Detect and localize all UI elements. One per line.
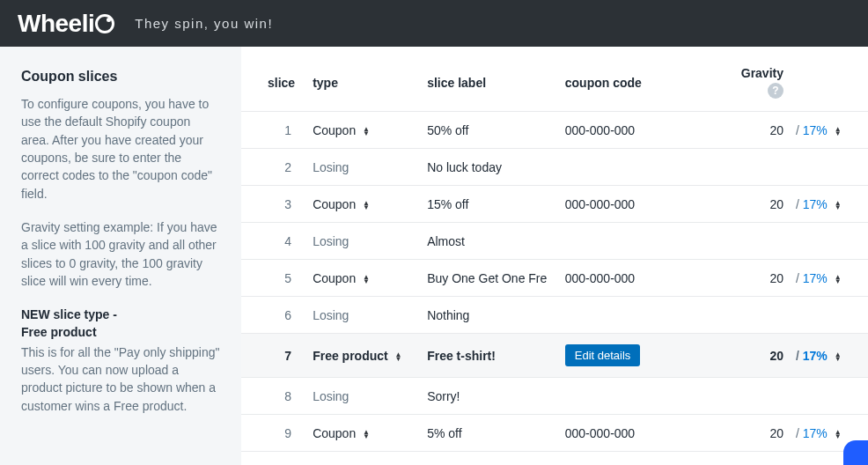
- gravity-percent[interactable]: / 17% ▲▼: [792, 112, 868, 149]
- coupon-cell: [556, 297, 732, 334]
- sort-icon[interactable]: ▲▼: [835, 352, 842, 361]
- table-row: 10LosingNope: [241, 452, 868, 466]
- slice-label: Nothing: [418, 297, 556, 334]
- gravity-percent[interactable]: / 17% ▲▼: [792, 260, 868, 297]
- gravity-value: [732, 452, 792, 466]
- type-select[interactable]: Free product ▲▼: [304, 334, 418, 378]
- slice-label: 5% off: [418, 415, 556, 452]
- type-select[interactable]: Coupon ▲▼: [304, 112, 418, 149]
- gravity-value: [732, 378, 792, 415]
- brand-logo: Wheeli: [18, 10, 115, 38]
- slice-label: Sorry!: [418, 378, 556, 415]
- table-header-row: slice type slice label coupon code Gravi…: [241, 57, 868, 112]
- slice-index: 6: [241, 297, 304, 334]
- table-row: 2LosingNo luck today: [241, 149, 868, 186]
- col-type: type: [304, 57, 418, 112]
- sort-icon[interactable]: ▲▼: [395, 352, 402, 361]
- slice-label: Almost: [418, 223, 556, 260]
- chat-fab[interactable]: [843, 440, 868, 465]
- col-label: slice label: [418, 57, 556, 112]
- type-select[interactable]: Coupon ▲▼: [304, 186, 418, 223]
- sort-icon[interactable]: ▲▼: [363, 127, 370, 136]
- type-cell: Losing: [304, 378, 418, 415]
- sidebar-help-1: To configure coupons, you have to use th…: [21, 95, 220, 203]
- gravity-value: 20: [732, 186, 792, 223]
- coupon-cell: [556, 378, 732, 415]
- sort-icon[interactable]: ▲▼: [835, 201, 842, 210]
- sidebar: Coupon slices To configure coupons, you …: [0, 47, 241, 465]
- brand-text: Wheeli: [18, 10, 94, 38]
- sidebar-new-heading: NEW slice type - Free product: [21, 306, 220, 342]
- coupon-cell: Edit details: [556, 334, 732, 378]
- table-row: 3Coupon ▲▼15% off000-000-00020/ 17% ▲▼: [241, 186, 868, 223]
- sort-icon[interactable]: ▲▼: [835, 430, 842, 439]
- table-row: 4LosingAlmost: [241, 223, 868, 260]
- sort-icon[interactable]: ▲▼: [363, 201, 370, 210]
- gravity-value: 20: [732, 112, 792, 149]
- coupon-cell: 000-000-000: [556, 112, 732, 149]
- slice-index: 3: [241, 186, 304, 223]
- help-icon[interactable]: ?: [768, 83, 783, 99]
- slices-table: slice type slice label coupon code Gravi…: [241, 57, 868, 465]
- gravity-value: [732, 297, 792, 334]
- coupon-cell: 000-000-000: [556, 186, 732, 223]
- col-gravity: Gravity ?: [732, 57, 792, 112]
- coupon-cell: [556, 149, 732, 186]
- table-row: 6LosingNothing: [241, 297, 868, 334]
- slice-label: Buy One Get One Fre: [418, 260, 556, 297]
- coupon-cell: 000-000-000: [556, 415, 732, 452]
- slice-index: 2: [241, 149, 304, 186]
- sort-icon[interactable]: ▲▼: [835, 275, 842, 284]
- main-content: slice type slice label coupon code Gravi…: [241, 47, 868, 465]
- sidebar-title: Coupon slices: [21, 66, 220, 86]
- type-cell: Losing: [304, 297, 418, 334]
- col-coupon: coupon code: [556, 57, 732, 112]
- slice-index: 8: [241, 378, 304, 415]
- type-cell: Losing: [304, 452, 418, 466]
- gravity-percent[interactable]: / 17% ▲▼: [792, 334, 868, 378]
- coupon-cell: [556, 223, 732, 260]
- table-row: 9Coupon ▲▼5% off000-000-00020/ 17% ▲▼: [241, 415, 868, 452]
- slice-index: 9: [241, 415, 304, 452]
- slice-index: 5: [241, 260, 304, 297]
- sort-icon[interactable]: ▲▼: [363, 275, 370, 284]
- gravity-value: 20: [732, 260, 792, 297]
- col-slice: slice: [241, 57, 304, 112]
- slice-label: 50% off: [418, 112, 556, 149]
- slice-index: 7: [241, 334, 304, 378]
- slice-label: No luck today: [418, 149, 556, 186]
- table-row: 8LosingSorry!: [241, 378, 868, 415]
- coupon-cell: 000-000-000: [556, 260, 732, 297]
- edit-details-button[interactable]: Edit details: [565, 344, 641, 366]
- sort-icon[interactable]: ▲▼: [363, 430, 370, 439]
- type-cell: Losing: [304, 223, 418, 260]
- gravity-percent[interactable]: / 17% ▲▼: [792, 186, 868, 223]
- table-row: 1Coupon ▲▼50% off000-000-00020/ 17% ▲▼: [241, 112, 868, 149]
- slice-index: 4: [241, 223, 304, 260]
- app-header: Wheeli They spin, you win!: [0, 0, 868, 47]
- slice-label: Free t-shirt!: [418, 334, 556, 378]
- sort-icon[interactable]: ▲▼: [835, 127, 842, 136]
- slice-label: 15% off: [418, 186, 556, 223]
- table-row: 7Free product ▲▼Free t-shirt!Edit detail…: [241, 334, 868, 378]
- table-row: 5Coupon ▲▼Buy One Get One Fre000-000-000…: [241, 260, 868, 297]
- type-select[interactable]: Coupon ▲▼: [304, 260, 418, 297]
- wheel-icon: [95, 14, 114, 33]
- type-cell: Losing: [304, 149, 418, 186]
- sidebar-help-2: Gravity setting example: If you have a s…: [21, 218, 220, 290]
- gravity-value: [732, 223, 792, 260]
- coupon-cell: [556, 452, 732, 466]
- gravity-value: [732, 149, 792, 186]
- sidebar-help-3: This is for all the "Pay only shipping" …: [21, 343, 220, 415]
- type-select[interactable]: Coupon ▲▼: [304, 415, 418, 452]
- slice-index: 1: [241, 112, 304, 149]
- slice-index: 10: [241, 452, 304, 466]
- slice-label: Nope: [418, 452, 556, 466]
- gravity-value: 20: [732, 415, 792, 452]
- gravity-value: 20: [732, 334, 792, 378]
- brand-tagline: They spin, you win!: [135, 16, 273, 31]
